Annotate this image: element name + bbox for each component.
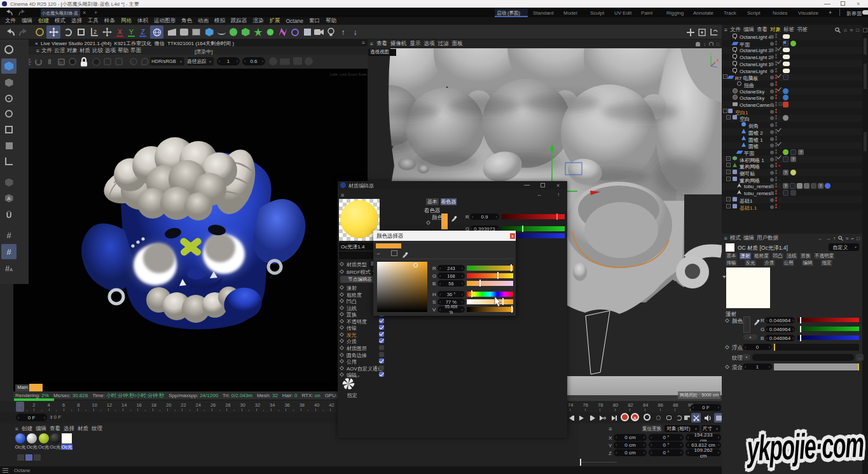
svg-text:X: X (717, 58, 719, 62)
svg-text:Y: Y (710, 52, 712, 56)
